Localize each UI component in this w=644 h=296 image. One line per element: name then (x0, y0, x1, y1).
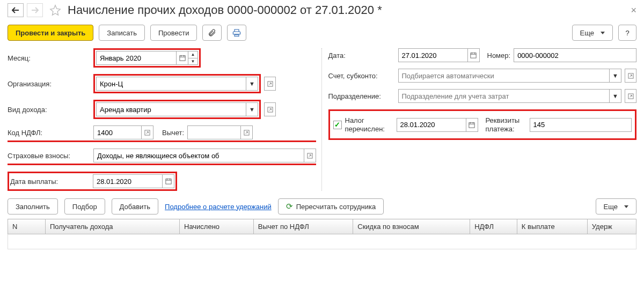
post-button[interactable]: Провести (150, 25, 197, 41)
pay-details-label: Реквизиты платежа: (486, 116, 530, 133)
back-button[interactable] (8, 3, 24, 17)
col-recipient[interactable]: Получатель дохода (46, 219, 180, 234)
post-and-close-button[interactable]: Провести и закрыть (8, 25, 93, 41)
dropdown-icon[interactable]: ▼ (610, 89, 621, 103)
number-label: Номер: (487, 51, 511, 60)
header-bar: Начисление прочих доходов 0000-000002 от… (0, 0, 644, 23)
dropdown-icon[interactable]: ▼ (246, 77, 258, 91)
date-label: Дата: (328, 51, 398, 60)
fill-button[interactable]: Заполнить (8, 198, 58, 214)
tax-paid-checkbox[interactable]: ✓ (333, 121, 342, 129)
open-icon[interactable] (625, 89, 636, 103)
forward-button[interactable] (27, 3, 43, 17)
close-icon[interactable]: × (631, 5, 636, 16)
calendar-icon[interactable] (466, 118, 478, 132)
svg-rect-7 (471, 53, 476, 58)
help-button[interactable]: ? (618, 25, 636, 41)
insurance-input[interactable] (93, 149, 304, 162)
deduction-input[interactable] (187, 125, 241, 139)
favorite-star-icon[interactable] (49, 4, 61, 16)
calendar-icon[interactable] (163, 174, 174, 188)
pay-date-input[interactable] (93, 174, 163, 188)
withholding-details-link[interactable]: Подробнее о расчете удержаний (165, 203, 272, 211)
date-input[interactable] (398, 48, 468, 62)
open-icon[interactable] (264, 102, 276, 116)
printer-icon (232, 28, 241, 37)
tax-paid-label: Налог перечислен: (345, 116, 397, 133)
pay-details-input[interactable] (530, 118, 632, 132)
ndfl-code-label: Код НДФЛ: (8, 129, 93, 137)
svg-rect-6 (165, 179, 171, 184)
paperclip-icon (208, 28, 216, 37)
month-stepper[interactable]: ▲▼ (188, 51, 198, 65)
open-icon[interactable] (304, 149, 316, 162)
open-icon[interactable] (241, 125, 253, 139)
svg-rect-0 (179, 56, 185, 61)
income-table: N Получатель дохода Начислено Вычет по Н… (8, 219, 636, 249)
income-type-input[interactable] (96, 102, 246, 116)
dropdown-icon[interactable]: ▼ (246, 102, 258, 116)
month-input[interactable] (96, 51, 177, 65)
more-button[interactable]: Еще (572, 25, 613, 41)
print-button[interactable] (227, 25, 246, 41)
insurance-label: Страховые взносы: (8, 152, 93, 160)
page-title: Начисление прочих доходов 0000-000002 от… (68, 3, 382, 17)
calendar-icon[interactable] (177, 51, 188, 65)
col-to-pay[interactable]: К выплате (517, 219, 587, 234)
dept-input[interactable] (398, 89, 610, 103)
account-input[interactable] (398, 69, 610, 83)
open-icon[interactable] (625, 69, 636, 83)
attach-button[interactable] (202, 25, 222, 41)
table-toolbar: Заполнить Подбор Добавить Подробнее о ра… (0, 191, 644, 219)
org-label: Организация: (8, 80, 93, 88)
ndfl-code-input[interactable] (93, 125, 142, 139)
col-withhold[interactable]: Удерж (587, 219, 636, 234)
dropdown-icon[interactable]: ▼ (610, 69, 621, 83)
col-ndfl[interactable]: НДФЛ (470, 219, 517, 234)
tax-paid-date-input[interactable] (397, 118, 466, 132)
col-accrued[interactable]: Начислено (180, 219, 254, 234)
month-label: Месяц: (8, 54, 93, 62)
org-input[interactable] (96, 77, 246, 91)
table-row[interactable] (8, 234, 636, 249)
dept-label: Подразделение: (328, 92, 398, 100)
col-n[interactable]: N (8, 219, 46, 234)
recalc-button[interactable]: ⟳ Пересчитать сотрудника (278, 198, 384, 214)
add-button[interactable]: Добавить (112, 198, 158, 214)
deduction-label: Вычет: (162, 129, 184, 137)
account-label: Счет, субконто: (328, 72, 398, 80)
refresh-icon: ⟳ (286, 202, 293, 211)
open-icon[interactable] (264, 77, 276, 91)
pick-button[interactable]: Подбор (64, 198, 105, 214)
save-button[interactable]: Записать (99, 25, 145, 41)
col-ndfl-deduction[interactable]: Вычет по НДФЛ (253, 219, 353, 234)
svg-rect-10 (469, 122, 474, 127)
income-type-label: Вид дохода: (8, 106, 93, 114)
table-more-button[interactable]: Еще (596, 198, 636, 214)
calendar-icon[interactable] (468, 48, 480, 62)
open-icon[interactable] (142, 125, 153, 139)
number-input[interactable] (514, 48, 636, 62)
main-toolbar: Провести и закрыть Записать Провести Еще… (0, 23, 644, 48)
pay-date-label: Дата выплаты: (10, 177, 93, 186)
col-contrib-discount[interactable]: Скидка по взносам (353, 219, 470, 234)
